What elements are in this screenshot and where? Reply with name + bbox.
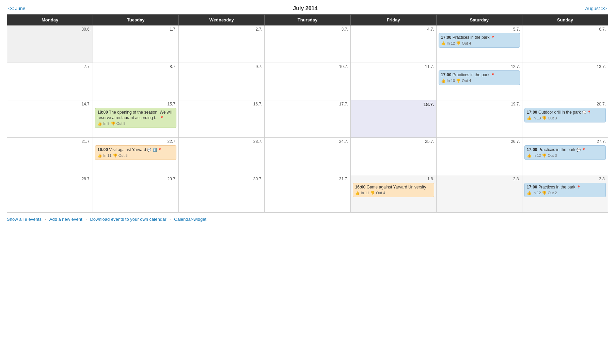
weekday-header-thursday: Thursday — [265, 15, 350, 26]
event-out: 👎 Out 4 — [456, 79, 471, 83]
calendar-day-cell[interactable]: 1.8.16:00 Game against Yarvard Universit… — [350, 175, 436, 213]
show-all-events-link[interactable]: Show all 9 events — [7, 217, 42, 222]
calendar-day-cell[interactable]: 16.7. — [179, 100, 265, 138]
day-number: 28.7. — [9, 177, 91, 181]
event-out: 👎 Out 5 — [111, 121, 126, 126]
weekday-header-saturday: Saturday — [436, 15, 522, 26]
calendar-week-row: 30.6.1.7.2.7.3.7.4.7.5.7.17:00 Practices… — [7, 26, 608, 63]
calendar-day-cell[interactable]: 29.7. — [93, 175, 179, 213]
calendar-day-cell[interactable]: 12.7.17:00 Practices in the park 📍👍 In 1… — [436, 63, 522, 100]
calendar-header: << June July 2014 August >> — [7, 5, 608, 12]
day-number: 11.7. — [353, 64, 434, 69]
calendar-day-cell[interactable]: 23.7. — [179, 138, 265, 175]
calendar-day-cell[interactable]: 11.7. — [350, 63, 436, 100]
day-number: 6.7. — [524, 27, 606, 32]
event-card[interactable]: 17:00 Practices in the park 📍👍 In 12 👎 O… — [524, 183, 606, 197]
calendar-day-cell[interactable]: 17.7. — [265, 100, 350, 138]
event-card[interactable]: 17:00 Practices in the park 📍👍 In 12 👎 O… — [439, 33, 520, 48]
calendar-day-cell[interactable]: 6.7. — [522, 26, 608, 63]
footer-links: Show all 9 events · Add a new event · Do… — [7, 217, 608, 222]
calendar-day-cell[interactable]: 24.7. — [265, 138, 350, 175]
calendar-day-cell[interactable]: 31.7. — [265, 175, 350, 213]
event-meta: 👍 In 11 👎 Out 4 — [355, 191, 432, 196]
event-out: 👎 Out 4 — [456, 41, 471, 45]
event-time: 16:00 — [97, 147, 108, 152]
download-events-link[interactable]: Download events to your own calendar — [90, 217, 166, 222]
calendar-day-cell[interactable]: 25.7. — [350, 138, 436, 175]
calendar-day-cell[interactable]: 14.7. — [7, 100, 93, 138]
event-meta: 👍 In 12 👎 Out 4 — [441, 41, 518, 46]
day-number: 22.7. — [95, 139, 176, 144]
pin-icon: 📍 — [160, 116, 164, 120]
event-meta: 👍 In 12 👎 Out 3 — [527, 153, 603, 158]
calendar-day-cell[interactable]: 27.7.17:00 Practices in the park 💬 📍👍 In… — [522, 138, 608, 175]
calendar-day-cell[interactable]: 5.7.17:00 Practices in the park 📍👍 In 12… — [436, 26, 522, 63]
event-card[interactable]: 16:00 Visit against Yarvard 💬 ℹ️ 📍👍 In 1… — [95, 145, 176, 160]
day-number: 2.7. — [181, 27, 262, 32]
event-card[interactable]: 17:00 Outdoor drill in the park 💬 📍👍 In … — [524, 108, 606, 122]
event-card[interactable]: 17:00 Practices in the park 📍👍 In 10 👎 O… — [439, 70, 520, 85]
event-time: 17:00 — [527, 110, 537, 115]
event-card[interactable]: 18:00 The opening of the season. We will… — [95, 108, 176, 128]
event-card[interactable]: 16:00 Game against Yarvard University👍 I… — [353, 183, 434, 197]
day-number: 23.7. — [181, 139, 262, 144]
event-time: 17:00 — [441, 72, 452, 77]
calendar-day-cell[interactable]: 19.7. — [436, 100, 522, 138]
calendar-day-cell[interactable]: 9.7. — [179, 63, 265, 100]
day-number: 30.7. — [181, 177, 262, 181]
day-number: 3.7. — [267, 27, 348, 32]
chat-icon: 💬 — [577, 148, 581, 152]
calendar-day-cell[interactable]: 1.7. — [93, 26, 179, 63]
calendar-day-cell[interactable]: 22.7.16:00 Visit against Yarvard 💬 ℹ️ 📍👍… — [93, 138, 179, 175]
add-new-event-link[interactable]: Add a new event — [49, 217, 82, 222]
event-in: 👍 In 11 — [97, 153, 112, 158]
calendar-day-cell[interactable]: 30.7. — [179, 175, 265, 213]
day-number: 10.7. — [267, 64, 348, 69]
event-in: 👍 In 12 — [441, 41, 455, 45]
calendar-day-cell[interactable]: 7.7. — [7, 63, 93, 100]
event-in: 👍 In 12 — [527, 153, 541, 158]
event-in: 👍 In 12 — [527, 191, 541, 195]
calendar-day-cell[interactable]: 3.8.17:00 Practices in the park 📍👍 In 12… — [522, 175, 608, 213]
weekday-header-sunday: Sunday — [522, 15, 608, 26]
event-meta: 👍 In 12 👎 Out 2 — [527, 191, 603, 196]
calendar-day-cell[interactable]: 2.7. — [179, 26, 265, 63]
calendar-week-row: 28.7.29.7.30.7.31.7.1.8.16:00 Game again… — [7, 175, 608, 213]
event-out: 👎 Out 5 — [113, 153, 128, 158]
event-out: 👎 Out 3 — [542, 153, 557, 158]
event-card[interactable]: 17:00 Practices in the park 💬 📍👍 In 12 👎… — [524, 145, 606, 160]
event-time: 17:00 — [527, 185, 537, 189]
calendar-day-cell[interactable]: 10.7. — [265, 63, 350, 100]
month-title: July 2014 — [26, 5, 585, 12]
day-number: 21.7. — [9, 139, 91, 144]
calendar-day-cell[interactable]: 2.8. — [436, 175, 522, 213]
calendar-day-cell[interactable]: 28.7. — [7, 175, 93, 213]
event-out: 👎 Out 2 — [542, 191, 557, 195]
calendar-day-cell[interactable]: 3.7. — [265, 26, 350, 63]
event-in: 👍 In 11 — [355, 191, 369, 195]
chat-icon: 💬 — [147, 148, 151, 152]
calendar-day-cell[interactable]: 13.7. — [522, 63, 608, 100]
day-number: 1.7. — [95, 27, 176, 32]
day-number: 2.8. — [439, 177, 520, 181]
event-title: Game against Yarvard University — [367, 185, 426, 189]
calendar-day-cell[interactable]: 30.6. — [7, 26, 93, 63]
weekday-header-friday: Friday — [350, 15, 436, 26]
calendar-day-cell[interactable]: 8.7. — [93, 63, 179, 100]
event-meta: 👍 In 13 👎 Out 3 — [527, 116, 603, 121]
calendar-day-cell[interactable]: 4.7. — [350, 26, 436, 63]
day-number: 20.7. — [524, 102, 606, 106]
event-meta: 👍 In 11 👎 Out 5 — [97, 153, 174, 158]
calendar-day-cell[interactable]: 18.7. — [350, 100, 436, 138]
calendar-day-cell[interactable]: 15.7.18:00 The opening of the season. We… — [93, 100, 179, 138]
calendar-day-cell[interactable]: 20.7.17:00 Outdoor drill in the park 💬 📍… — [522, 100, 608, 138]
calendar-day-cell[interactable]: 21.7. — [7, 138, 93, 175]
calendar-day-cell[interactable]: 26.7. — [436, 138, 522, 175]
day-number: 7.7. — [9, 64, 91, 69]
prev-month-link[interactable]: << June — [8, 6, 26, 11]
calendar-widget-link[interactable]: Calendar-widget — [174, 217, 206, 222]
day-number: 30.6. — [9, 27, 91, 32]
info-icon: ℹ️ — [153, 148, 157, 152]
event-out: 👎 Out 3 — [542, 116, 557, 120]
next-month-link[interactable]: August >> — [585, 6, 607, 11]
